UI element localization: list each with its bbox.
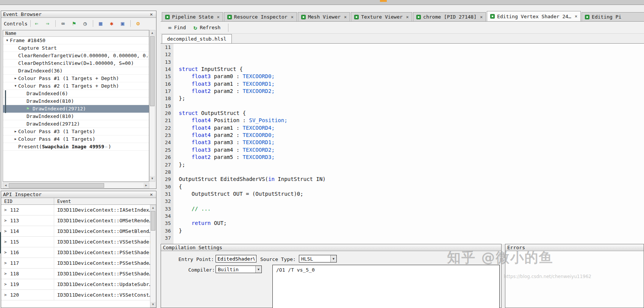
- save-events-icon[interactable]: ▣: [119, 20, 126, 27]
- code-line[interactable]: 15 float3 param0 : TEXCOORD0;: [161, 73, 644, 80]
- code-line[interactable]: 13: [161, 58, 644, 66]
- entry-point-input[interactable]: [216, 255, 256, 262]
- prev-event-icon[interactable]: ⇐: [33, 20, 40, 27]
- tab-chrome-pid-27148[interactable]: chrome [PID 27148]×: [413, 12, 486, 21]
- expander-closed-icon[interactable]: >: [4, 271, 7, 276]
- expander-closed-icon[interactable]: >: [4, 261, 7, 266]
- scroll-thumb[interactable]: [151, 211, 155, 231]
- event-row[interactable]: Capture Start: [3, 44, 149, 52]
- expander-closed-icon[interactable]: >: [4, 207, 7, 212]
- event-row[interactable]: ▶Colour Pass #1 (1 Targets + Depth): [3, 75, 149, 82]
- expander-open-icon[interactable]: ▼: [5, 39, 10, 42]
- settings-gear-icon[interactable]: ⚙: [135, 20, 142, 27]
- event-time-icon[interactable]: ◷: [82, 20, 89, 27]
- highlight-colors-icon[interactable]: ✱: [108, 20, 115, 27]
- code-line[interactable]: 11: [161, 44, 644, 51]
- event-row[interactable]: DrawIndexed(36): [3, 67, 149, 75]
- expander-closed-icon[interactable]: >: [4, 218, 7, 223]
- api-row[interactable]: >117ID3D11DeviceContext::PSSetShade…: [1, 258, 150, 269]
- code-line[interactable]: 23 float4 param2 : TEXCOORD0;: [161, 132, 644, 139]
- expander-closed-icon[interactable]: >: [4, 282, 7, 287]
- tab-mesh-viewer[interactable]: Mesh Viewer×: [298, 12, 350, 21]
- event-row[interactable]: ▶Colour Pass #4 (1 Targets): [3, 135, 149, 143]
- tab-editing-vertex-shader-24[interactable]: Editing Vertex Shader 24…×: [487, 11, 581, 21]
- api-row[interactable]: >115ID3D11DeviceContext::VSSetShader: [1, 237, 150, 247]
- api-row[interactable]: >112ID3D11DeviceContext::IASetIndex…: [1, 205, 150, 215]
- api-row[interactable]: >119ID3D11DeviceContext::UpdateSubr…: [1, 279, 150, 290]
- eid-column-header[interactable]: EID: [1, 198, 54, 204]
- code-line[interactable]: 30{: [161, 183, 644, 190]
- close-icon[interactable]: ×: [148, 11, 154, 17]
- find-event-icon[interactable]: ∞: [60, 20, 67, 27]
- code-line[interactable]: 17 float2 param2 : TEXCOORD2;: [161, 88, 644, 95]
- event-column-header[interactable]: Event: [54, 199, 71, 204]
- code-line[interactable]: 21 float4 Position : SV_Position;: [161, 117, 644, 124]
- event-browser-titlebar[interactable]: Event Browser ×: [1, 11, 156, 18]
- code-line[interactable]: 34: [161, 212, 644, 220]
- event-browser-hscrollbar[interactable]: ◀ ▶: [3, 182, 149, 189]
- event-row[interactable]: ClearDepthStencilView(D=1.000000, S=00): [3, 60, 149, 67]
- code-line[interactable]: 24 float3 param3 : TEXCOORD1;: [161, 139, 644, 146]
- event-row[interactable]: Present(Swapchain Image 49959∞): [3, 143, 149, 151]
- code-line[interactable]: 16 float3 param1 : TEXCOORD1;: [161, 80, 644, 88]
- shader-code-editor[interactable]: 11121314struct InputStruct {15 float3 pa…: [161, 43, 644, 244]
- code-line[interactable]: 36}: [161, 227, 644, 234]
- tab-resource-inspector[interactable]: Resource Inspector×: [224, 12, 297, 21]
- compiler-select[interactable]: Builtin ▼: [216, 266, 262, 273]
- code-line[interactable]: 27};: [161, 161, 644, 168]
- compile-args-input[interactable]: /O1 /T vs_5_0: [272, 265, 500, 308]
- event-browser-vscrollbar[interactable]: ▲ ▼: [149, 30, 155, 182]
- code-line[interactable]: 18};: [161, 95, 644, 102]
- code-line[interactable]: 35 return OUT;: [161, 220, 644, 227]
- api-row[interactable]: >118ID3D11DeviceContext::PSSetShade…: [1, 269, 150, 279]
- code-line[interactable]: 22 float4 param1 : TEXCOORD4;: [161, 124, 644, 132]
- api-row[interactable]: >120ID3D11DeviceContext::VSSetConst…: [1, 290, 150, 300]
- scroll-right-arrow-icon[interactable]: ▶: [144, 183, 149, 188]
- tab-close-icon[interactable]: ×: [480, 14, 483, 20]
- expander-closed-icon[interactable]: ▶: [13, 77, 18, 80]
- expander-closed-icon[interactable]: ▶: [13, 137, 18, 141]
- api-inspector-vscrollbar[interactable]: ▲ ▼: [150, 205, 156, 308]
- event-row[interactable]: DrawIndexed(6): [3, 90, 149, 97]
- chevron-down-icon[interactable]: ▼: [330, 255, 336, 262]
- code-line[interactable]: 25 float3 param4 : TEXCOORD2;: [161, 146, 644, 154]
- refresh-button[interactable]: ↻ Refresh: [190, 23, 224, 32]
- tab-close-icon[interactable]: ×: [344, 14, 347, 20]
- code-line[interactable]: 33 // ...: [161, 205, 644, 212]
- api-inspector-titlebar[interactable]: API Inspector ×: [1, 191, 156, 198]
- api-row[interactable]: >113ID3D11DeviceContext::OMSetRende…: [1, 215, 150, 226]
- code-line[interactable]: 37: [161, 234, 644, 242]
- scroll-thumb[interactable]: [150, 36, 155, 106]
- tab-close-icon[interactable]: ×: [291, 14, 294, 20]
- code-line[interactable]: 28: [161, 168, 644, 176]
- tab-decompiled-stub-hlsl[interactable]: decompiled_stub.hlsl: [162, 34, 232, 43]
- api-row[interactable]: >114ID3D11DeviceContext::OMSetBlend…: [1, 226, 150, 237]
- tab-close-icon[interactable]: ×: [217, 14, 220, 20]
- tab-close-icon[interactable]: ×: [406, 14, 409, 20]
- tab-close-icon[interactable]: ×: [575, 14, 577, 19]
- code-line[interactable]: 12: [161, 51, 644, 58]
- expander-closed-icon[interactable]: >: [4, 239, 7, 244]
- source-type-select[interactable]: HLSL ▼: [299, 255, 337, 262]
- scroll-down-arrow-icon[interactable]: ▼: [150, 176, 155, 181]
- tree-name-header[interactable]: Name: [3, 30, 149, 37]
- event-row[interactable]: ⚑DrawIndexed(29712): [3, 105, 149, 113]
- expander-open-icon[interactable]: ▼: [13, 84, 18, 88]
- code-line[interactable]: 26 float2 param5 : TEXCOORD3;: [161, 154, 644, 161]
- expander-closed-icon[interactable]: >: [4, 250, 7, 255]
- event-row[interactable]: DrawIndexed(810): [3, 113, 149, 120]
- chevron-down-icon[interactable]: ▼: [255, 266, 261, 273]
- event-row[interactable]: DrawIndexed(810): [3, 97, 149, 105]
- expander-closed-icon[interactable]: >: [4, 292, 7, 297]
- event-row[interactable]: ▼Colour Pass #2 (1 Targets + Depth): [3, 82, 149, 90]
- event-row[interactable]: ClearRenderTargetView(0.000000, 0.000000…: [3, 52, 149, 60]
- code-line[interactable]: 32: [161, 198, 644, 205]
- scroll-left-arrow-icon[interactable]: ◀: [3, 183, 8, 188]
- scroll-thumb[interactable]: [9, 183, 104, 188]
- scroll-up-arrow-icon[interactable]: ▲: [150, 30, 155, 36]
- expander-closed-icon[interactable]: ▶: [13, 130, 18, 133]
- tab-pipeline-state[interactable]: Pipeline State×: [162, 12, 223, 21]
- errors-titlebar[interactable]: Errors: [505, 244, 644, 251]
- next-event-icon[interactable]: ⇒: [44, 20, 51, 27]
- compilation-settings-titlebar[interactable]: Compilation Settings: [161, 244, 501, 251]
